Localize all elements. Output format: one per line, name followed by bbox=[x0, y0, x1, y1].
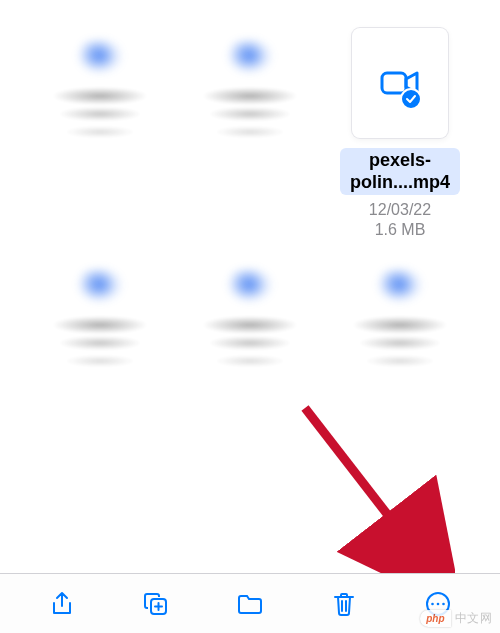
delete-button[interactable] bbox=[324, 584, 364, 624]
trash-icon bbox=[330, 590, 358, 618]
annotation-arrow-icon bbox=[285, 398, 455, 588]
file-thumbnail-blurred bbox=[345, 249, 455, 389]
svg-rect-0 bbox=[382, 73, 406, 93]
file-size-label: 1.6 MB bbox=[375, 221, 426, 239]
folder-icon bbox=[236, 590, 264, 618]
move-to-folder-button[interactable] bbox=[230, 584, 270, 624]
share-icon bbox=[48, 590, 76, 618]
svg-point-4 bbox=[437, 602, 440, 605]
file-date-label: 12/03/22 bbox=[369, 201, 431, 219]
file-item[interactable] bbox=[30, 249, 170, 389]
selected-checkmark-icon bbox=[400, 88, 422, 110]
file-item-selected[interactable]: pexels-polin....mp4 12/03/22 1.6 MB bbox=[330, 20, 470, 239]
file-name-label: pexels-polin....mp4 bbox=[340, 148, 460, 195]
file-grid: pexels-polin....mp4 12/03/22 1.6 MB bbox=[0, 0, 500, 389]
file-item[interactable] bbox=[180, 249, 320, 389]
file-item[interactable] bbox=[30, 20, 170, 239]
svg-point-3 bbox=[431, 602, 434, 605]
bottom-toolbar bbox=[0, 573, 500, 633]
more-icon bbox=[424, 590, 452, 618]
duplicate-icon bbox=[142, 590, 170, 618]
file-thumbnail-blurred bbox=[45, 249, 155, 389]
share-button[interactable] bbox=[42, 584, 82, 624]
file-thumbnail-blurred bbox=[195, 249, 305, 389]
file-item[interactable] bbox=[180, 20, 320, 239]
file-item[interactable] bbox=[330, 249, 470, 389]
file-thumbnail-video bbox=[352, 28, 448, 138]
file-thumbnail-blurred bbox=[195, 20, 305, 160]
more-button[interactable] bbox=[418, 584, 458, 624]
svg-point-5 bbox=[442, 602, 445, 605]
duplicate-button[interactable] bbox=[136, 584, 176, 624]
file-thumbnail-blurred bbox=[45, 20, 155, 160]
